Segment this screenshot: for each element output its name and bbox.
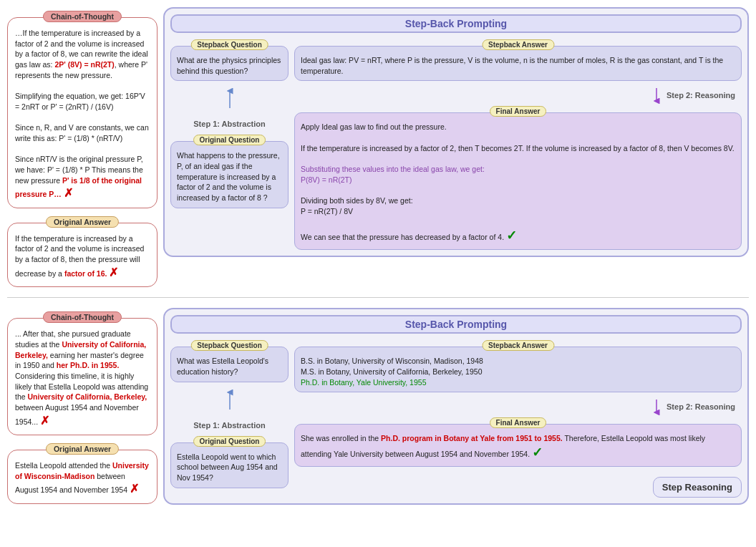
top-section: Chain-of-Thought …If the temperature is … xyxy=(7,7,749,287)
bottom-sbp-title: Step-Back Prompting xyxy=(170,315,742,334)
top-stepback-question-label: Stepback Question xyxy=(190,39,268,50)
top-original-question-text: What happens to the pressure, P, of an i… xyxy=(177,150,282,203)
top-cot-cross: ✗ xyxy=(64,187,73,199)
bottom-step2-arrow-icon xyxy=(649,398,664,415)
bottom-stepback-question-box: Stepback Question What was Estella Leopo… xyxy=(170,347,289,382)
bottom-stepback-answer-text: B.S. in Botany, University of Wisconsin,… xyxy=(301,356,735,387)
bottom-cot-label: Chain-of-Thought xyxy=(43,311,122,323)
top-step1-label: Step 1: Abstraction xyxy=(170,120,289,128)
bottom-original-answer-box: Original Answer Estella Leopold attended… xyxy=(7,450,158,504)
bottom-final-answer-text: She was enrolled in the Ph.D. program in… xyxy=(301,433,735,462)
bottom-sbp-middle: Stepback Question What was Estella Leopo… xyxy=(170,337,289,488)
bottom-original-question-box: Original Question Estella Leopold went t… xyxy=(170,442,289,488)
bottom-cot-box: Chain-of-Thought ... After that, she pur… xyxy=(7,318,158,435)
bottom-sbp-right: Stepback Answer B.S. in Botany, Universi… xyxy=(294,337,742,498)
top-cot-red1: 2P' (8V) = nR(2T) xyxy=(54,60,114,69)
top-original-question-box: Original Question What happens to the pr… xyxy=(170,141,289,208)
top-cot-box: Chain-of-Thought …If the temperature is … xyxy=(7,17,158,208)
bottom-cot-panel: Chain-of-Thought ... After that, she pur… xyxy=(7,308,158,504)
top-stepback-answer-text: Ideal gas law: PV = nRT, where P is the … xyxy=(301,55,735,76)
top-stepback-answer-box: Stepback Answer Ideal gas law: PV = nRT,… xyxy=(294,46,742,81)
step-reasoning-badge: Step Reasoning xyxy=(653,477,742,498)
top-original-answer-box: Original Answer If the temperature is in… xyxy=(7,223,158,287)
bottom-stepback-question-text: What was Estella Leopold's education his… xyxy=(177,356,282,377)
bottom-arrow-up xyxy=(170,387,289,414)
top-sbp-middle: Stepback Question What are the physics p… xyxy=(170,36,289,208)
bottom-section: Chain-of-Thought ... After that, she pur… xyxy=(7,308,749,505)
bottom-stepback-answer-box: Stepback Answer B.S. in Botany, Universi… xyxy=(294,347,742,392)
bottom-original-answer-text: Estella Leopold attended the University … xyxy=(15,460,150,498)
bottom-original-answer-label: Original Answer xyxy=(46,443,119,455)
top-stepback-answer-label: Stepback Answer xyxy=(482,39,554,50)
bottom-cot-cross: ✗ xyxy=(40,415,49,427)
top-final-answer-box: Final Answer Apply Ideal gas law to find… xyxy=(294,112,742,250)
bottom-oa-red: University of Wisconsin-Madison xyxy=(15,461,149,480)
step2-arrow-icon xyxy=(649,87,664,104)
top-arrow-up xyxy=(170,85,289,112)
bottom-cot-red1: University of California, Berkeley, xyxy=(15,340,146,359)
top-sbp-content: Stepback Question What are the physics p… xyxy=(170,36,742,250)
top-final-answer-label: Final Answer xyxy=(490,106,547,117)
bottom-stepback-question-label: Stepback Question xyxy=(190,340,268,351)
top-step2-row: Step 2: Reasoning xyxy=(294,85,742,105)
bottom-cot-red2: her Ph.D. in 1955. xyxy=(57,361,120,369)
top-cot-red2: P' is 1/8 of the original pressure P… xyxy=(15,176,142,199)
up-arrow-icon xyxy=(219,88,241,110)
top-original-answer-label: Original Answer xyxy=(46,216,119,228)
bottom-sbp-content: Stepback Question What was Estella Leopo… xyxy=(170,337,742,498)
bottom-fa-check: ✓ xyxy=(532,445,543,460)
top-sbp-title: Step-Back Prompting xyxy=(170,14,742,33)
main-container: Chain-of-Thought …If the temperature is … xyxy=(0,0,756,512)
top-step2-label: Step 2: Reasoning xyxy=(667,91,739,100)
bottom-oa-cross: ✗ xyxy=(130,483,139,495)
top-sbp-wrapper: Step-Back Prompting Stepback Question Wh… xyxy=(163,7,749,257)
top-cot-panel: Chain-of-Thought …If the temperature is … xyxy=(7,7,158,287)
bottom-original-question-text: Estella Leopold went to which school bet… xyxy=(177,452,282,483)
section-divider xyxy=(7,297,749,298)
bottom-step2-row: Step 2: Reasoning xyxy=(294,397,742,417)
bottom-fa-red: Ph.D. program in Botany at Yale from 195… xyxy=(381,434,563,442)
bottom-final-answer-box: Final Answer She was enrolled in the Ph.… xyxy=(294,424,742,467)
top-oa-cross: ✗ xyxy=(109,266,118,279)
top-cot-label: Chain-of-Thought xyxy=(43,11,122,22)
top-oa-red: factor of 16. xyxy=(64,269,107,278)
top-original-answer-text: If the temperature is increased by a fac… xyxy=(15,233,150,281)
bottom-cot-text: ... After that, she pursued graduate stu… xyxy=(15,329,150,429)
bottom-stepback-answer-label: Stepback Answer xyxy=(482,340,554,351)
top-stepback-question-box: Stepback Question What are the physics p… xyxy=(170,46,289,81)
bottom-cot-red3: University of California, Berkeley, xyxy=(28,392,147,401)
bottom-up-arrow-icon xyxy=(219,389,241,411)
bottom-sbp-wrapper: Step-Back Prompting Stepback Question Wh… xyxy=(163,308,749,505)
top-original-question-label: Original Question xyxy=(193,135,266,145)
top-sbp-panel: Step-Back Prompting Stepback Question Wh… xyxy=(163,7,749,257)
top-stepback-question-text: What are the physics principles behind t… xyxy=(177,55,282,76)
bottom-sbp-panel: Step-Back Prompting Stepback Question Wh… xyxy=(163,308,749,505)
top-fa-purple: Substituting these values into the ideal… xyxy=(301,165,485,184)
top-fa-check: ✓ xyxy=(506,228,517,243)
bottom-original-question-label: Original Question xyxy=(193,436,266,447)
bottom-step2-label: Step 2: Reasoning xyxy=(667,402,739,411)
bottom-step1-label: Step 1: Abstraction xyxy=(170,421,289,430)
bottom-sa-green: Ph.D. in Botany, Yale University, 1955 xyxy=(301,378,426,387)
step-reasoning-container: Step Reasoning xyxy=(294,477,742,498)
top-final-answer-text: Apply Ideal gas law to find out the pres… xyxy=(301,122,735,245)
top-sbp-right: Stepback Answer Ideal gas law: PV = nRT,… xyxy=(294,36,742,250)
bottom-final-answer-label: Final Answer xyxy=(490,417,547,428)
top-cot-text: …If the temperature is increased by a fa… xyxy=(15,28,150,202)
